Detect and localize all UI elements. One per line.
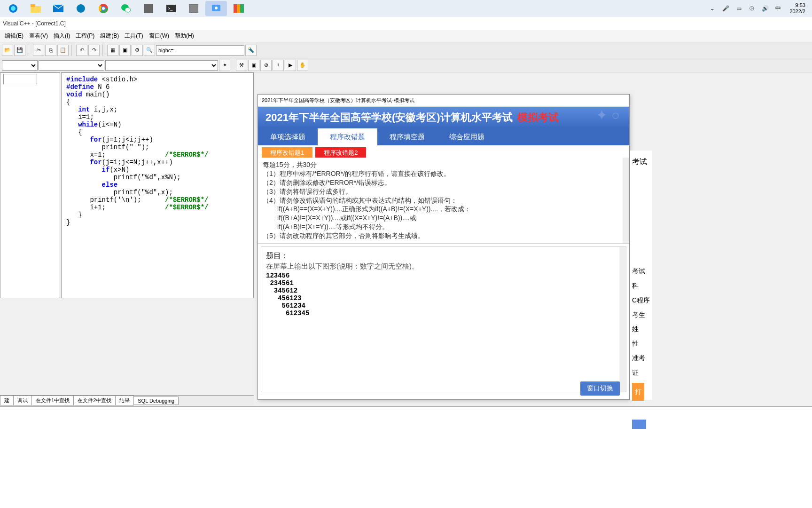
mic-icon[interactable]: 🎤	[721, 4, 730, 13]
menu-build[interactable]: 组建(B)	[97, 31, 122, 41]
output-tab-results[interactable]: 结果	[115, 396, 134, 405]
go-button[interactable]: ▶	[285, 60, 296, 71]
open-button-panel[interactable]: 打	[632, 383, 644, 401]
info-heading: 考试	[632, 153, 650, 170]
menu-edit[interactable]: 编辑(E)	[2, 31, 26, 41]
output-tab-build[interactable]: 建	[0, 396, 14, 405]
chevron-down-icon[interactable]: ⌄	[708, 4, 717, 13]
tab-comprehensive[interactable]: 综合应用题	[437, 128, 497, 145]
clock-date: 2022/2	[789, 8, 805, 15]
tb-btn-1[interactable]: ▦	[107, 45, 118, 56]
exam-titlebar[interactable]: 2021年下半年全国高等学校（安徽考区）计算机水平考试-模拟考试	[258, 95, 629, 107]
exam-info-panel: 考试 考试科 C程序 考生姓 性 准考证 打	[630, 151, 652, 400]
output-pane	[0, 406, 812, 508]
tab-correction[interactable]: 程序改错题	[318, 128, 377, 145]
dell-icon[interactable]	[70, 1, 92, 16]
volume-icon[interactable]: 🔊	[760, 4, 770, 13]
explorer-icon[interactable]	[25, 1, 47, 16]
chrome-icon[interactable]	[93, 1, 114, 16]
menu-project[interactable]: 工程(P)	[73, 31, 97, 41]
terminal-icon[interactable]: >_	[160, 1, 182, 16]
output-tabs: 建 调试 在文件1中查找 在文件2中查找 结果 SQL Debugging	[0, 395, 254, 405]
app-title-text: Visual C++ - [Correct1.C]	[3, 20, 66, 27]
svg-rect-21	[240, 4, 244, 13]
open-button[interactable]: 📂	[2, 45, 13, 56]
workspace-combo[interactable]	[3, 74, 37, 84]
menu-window[interactable]: 窗口(W)	[146, 31, 172, 41]
app-icon-2[interactable]	[183, 1, 204, 16]
find-combo[interactable]	[156, 45, 244, 56]
tb-btn-2[interactable]: ▣	[119, 45, 131, 56]
paste-button[interactable]: 📋	[57, 45, 69, 56]
svg-rect-16	[189, 4, 198, 13]
wechat-icon[interactable]	[115, 1, 137, 16]
exam-header: 2021年下半年全国高等学校(安徽考区)计算机水平考试 模拟考试 ✦ ○	[258, 107, 629, 128]
tab-fill-blank[interactable]: 程序填空题	[377, 128, 437, 145]
execute-button[interactable]: !	[273, 60, 284, 71]
compile-button[interactable]: ⚒	[236, 60, 247, 71]
find-button[interactable]: 🔍	[144, 45, 155, 56]
svg-rect-13	[144, 4, 153, 13]
save-button[interactable]: 💾	[14, 45, 25, 56]
toolbar-separator	[102, 45, 105, 56]
panel-blue-button[interactable]	[632, 420, 646, 429]
copy-button[interactable]: ⎘	[45, 45, 56, 56]
app-icon-3[interactable]	[228, 1, 250, 16]
instr-line: if((B+A)!=(X=X+Y))....或if((X=X+Y)!=(A+B)…	[263, 214, 625, 222]
member-combo[interactable]	[105, 60, 218, 71]
breakpoint-button[interactable]: ✋	[297, 60, 308, 71]
menu-insert[interactable]: 插入(I)	[51, 31, 73, 41]
redo-button[interactable]: ↷	[88, 45, 100, 56]
question-pattern: 123456 234561 345612 456123 561234 61234…	[266, 272, 621, 317]
config-combo[interactable]	[2, 60, 38, 71]
output-tab-find2[interactable]: 在文件2中查找	[73, 396, 116, 405]
system-tray: ⌄ 🎤 ▭ ⦾ 🔊 中 9:53 2022/2	[708, 0, 812, 17]
sub-tab-1[interactable]: 程序改错题1	[262, 147, 312, 158]
menu-tools[interactable]: 工具(T)	[122, 31, 146, 41]
app-icon-1[interactable]	[138, 1, 159, 16]
svg-point-10	[102, 7, 105, 10]
sub-tab-2[interactable]: 程序改错题2	[315, 147, 366, 158]
stop-build-button[interactable]: ⊘	[260, 60, 272, 71]
app-title-bar: Visual C++ - [Correct1.C]	[0, 17, 812, 30]
instr-line: （5）请勿改动程序的其它部分，否则将影响考生成绩。	[263, 231, 625, 240]
exam-header-title: 2021年下半年全国高等学校(安徽考区)计算机水平考试	[265, 111, 513, 125]
battery-icon[interactable]: ▭	[734, 4, 743, 13]
remote-assist-icon[interactable]	[205, 1, 227, 16]
info-course: C程序	[632, 293, 650, 308]
cut-button[interactable]: ✂	[33, 45, 44, 56]
exam-window: 2021年下半年全国高等学校（安徽考区）计算机水平考试-模拟考试 2021年下半…	[258, 94, 630, 400]
standard-toolbar: 📂 💾 ✂ ⎘ 📋 ↶ ↷ ▦ ▣ ⚙ 🔍 🔦	[0, 42, 812, 58]
exam-window-title: 2021年下半年全国高等学校（安徽考区）计算机水平考试-模拟考试	[262, 97, 414, 104]
svg-point-12	[125, 8, 131, 12]
find-go-button[interactable]: 🔦	[245, 45, 257, 56]
svg-point-1	[11, 6, 16, 11]
sub-tabs: 程序改错题1 程序改错题2	[258, 145, 629, 158]
output-tab-sql[interactable]: SQL Debugging	[133, 397, 179, 405]
build-button[interactable]: ▣	[248, 60, 259, 71]
question-title: 题目：	[266, 251, 621, 261]
output-tab-find1[interactable]: 在文件1中查找	[31, 396, 74, 405]
mail-icon[interactable]	[47, 1, 69, 16]
instr-title: 每题15分，共30分	[263, 160, 625, 169]
tab-single-choice[interactable]: 单项选择题	[258, 128, 318, 145]
output-tab-debug[interactable]: 调试	[13, 396, 32, 405]
instructions-scrollbar[interactable]	[623, 158, 629, 243]
clock[interactable]: 9:53 2022/2	[787, 2, 808, 15]
edge-icon[interactable]	[2, 1, 24, 16]
instr-line: （1）程序中标有/*ERROR*/的程序行有错，请直接在该行修改。	[263, 169, 625, 178]
tb-btn-3[interactable]: ⚙	[132, 45, 143, 56]
info-gender: 性	[632, 336, 650, 351]
menu-view[interactable]: 查看(V)	[26, 31, 51, 41]
tb2-btn-1[interactable]: ✦	[219, 60, 230, 71]
class-combo[interactable]	[39, 60, 104, 71]
wifi-icon[interactable]: ⦾	[747, 4, 757, 13]
question-scrollbar[interactable]	[619, 247, 626, 392]
window-switch-button[interactable]: 窗口切换	[580, 381, 620, 396]
code-editor[interactable]: #include <stdio.h> #define N 6 void main…	[61, 72, 254, 298]
windows-taskbar: >_ ⌄ 🎤 ▭ ⦾ 🔊 中 9:53 2022/2	[0, 0, 812, 17]
menu-help[interactable]: 帮助(H)	[172, 31, 197, 41]
undo-button[interactable]: ↶	[76, 45, 87, 56]
instructions-box: 每题15分，共30分 （1）程序中标有/*ERROR*/的程序行有错，请直接在该…	[258, 158, 629, 244]
ime-indicator[interactable]: 中	[773, 4, 783, 13]
